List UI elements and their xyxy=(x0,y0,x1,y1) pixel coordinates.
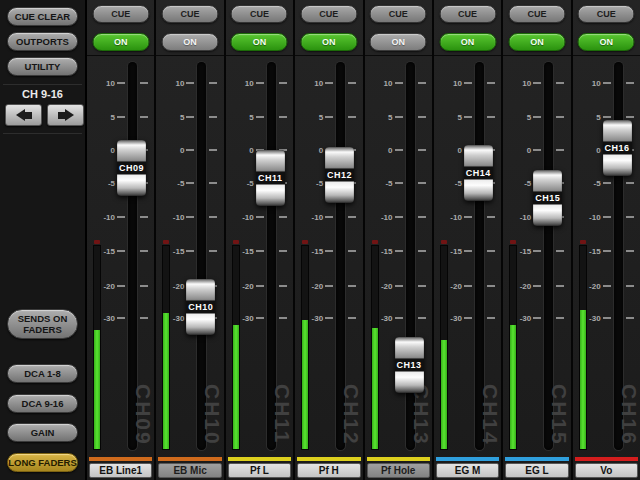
tick-dash xyxy=(603,182,611,184)
fader-scale-tick-label: -15 xyxy=(367,247,393,256)
fader-cap[interactable]: CH13 xyxy=(395,337,424,393)
tick-dash xyxy=(533,317,541,319)
fader-cap[interactable]: CH11 xyxy=(256,150,285,206)
tick-dash xyxy=(418,82,426,84)
fader-scale-tick-label: -15 xyxy=(89,247,115,256)
clip-indicator xyxy=(163,240,169,244)
fader-scale-tick-label: 0 xyxy=(367,146,393,155)
fader-scale-tick-label: 0 xyxy=(89,146,115,155)
channel-name-label[interactable]: Pf H xyxy=(297,463,360,478)
on-button[interactable]: ON xyxy=(92,33,149,51)
tick-dash xyxy=(626,116,634,118)
fader-scale-tick-label: -30 xyxy=(228,314,254,323)
channel-strip-ch16: CUE ON 1050-5-10-15-20-30 CH16 CH16 Vo xyxy=(573,0,640,480)
cue-clear-button[interactable]: CUE CLEAR xyxy=(7,7,78,26)
strip-separator-line xyxy=(156,55,223,56)
sidebar-divider xyxy=(3,133,82,134)
on-button[interactable]: ON xyxy=(300,33,357,51)
meter-track xyxy=(510,246,516,449)
bank-right-button[interactable] xyxy=(47,104,84,126)
meter-fill xyxy=(233,325,239,449)
fader-scale-tick-label: -20 xyxy=(367,282,393,291)
level-meter xyxy=(302,240,308,449)
fader-scale-tick-label: -20 xyxy=(297,282,323,291)
channel-name-label[interactable]: EG M xyxy=(436,463,499,478)
channel-color-stripe xyxy=(89,457,152,461)
tick-dash xyxy=(256,285,264,287)
tick-dash xyxy=(325,82,333,84)
fader-scale-tick-label: -5 xyxy=(367,179,393,188)
tick-dash xyxy=(279,82,287,84)
tick-dash xyxy=(418,216,426,218)
channel-number-ghost: CH10 xyxy=(200,384,223,446)
on-button[interactable]: ON xyxy=(231,33,288,51)
channel-strip-ch09: CUE ON 1050-5-10-15-20-30 CH09 CH09 EB L… xyxy=(87,0,154,480)
utility-button[interactable]: UTILITY xyxy=(7,57,78,76)
tick-dash xyxy=(533,285,541,287)
tick-dash xyxy=(395,182,403,184)
on-button[interactable]: ON xyxy=(162,33,219,51)
on-button[interactable]: ON xyxy=(370,33,427,51)
tick-dash xyxy=(140,216,148,218)
fader-scale-tick-label: -10 xyxy=(575,213,601,222)
channel-name-label[interactable]: Pf L xyxy=(228,463,291,478)
cue-button[interactable]: CUE xyxy=(92,5,149,23)
fader-scale-tick-label: -10 xyxy=(505,213,531,222)
tick-dash xyxy=(464,285,472,287)
fader-cap[interactable]: CH12 xyxy=(325,147,354,203)
outports-button[interactable]: OUTPORTS xyxy=(7,32,78,51)
on-button[interactable]: ON xyxy=(439,33,496,51)
fader-cap[interactable]: CH14 xyxy=(464,145,493,201)
tick-dash xyxy=(464,116,472,118)
cue-button[interactable]: CUE xyxy=(578,5,635,23)
tick-dash xyxy=(348,250,356,252)
channel-strips: CUE ON 1050-5-10-15-20-30 CH09 CH09 EB L… xyxy=(87,0,640,480)
on-button[interactable]: ON xyxy=(508,33,565,51)
cue-button[interactable]: CUE xyxy=(231,5,288,23)
tick-dash xyxy=(256,216,264,218)
channel-strip-ch15: CUE ON 1050-5-10-15-20-30 CH15 CH15 EG L xyxy=(503,0,570,480)
dca-9-16-button[interactable]: DCA 9-16 xyxy=(7,394,78,413)
sends-on-faders-button[interactable]: SENDS ON FADERS xyxy=(7,309,78,339)
gain-button[interactable]: GAIN xyxy=(7,423,78,442)
meter-track xyxy=(233,246,239,449)
fader-cap-label: CH10 xyxy=(186,301,215,314)
tick-dash xyxy=(256,250,264,252)
tick-dash xyxy=(117,317,125,319)
dca-1-8-button[interactable]: DCA 1-8 xyxy=(7,364,78,383)
meter-track xyxy=(580,246,586,449)
fader-scale-tick-label: -20 xyxy=(89,282,115,291)
fader-scale-tick-label: -15 xyxy=(297,247,323,256)
long-faders-button[interactable]: LONG FADERS xyxy=(7,453,78,472)
bank-left-button[interactable] xyxy=(5,104,42,126)
fader-cap[interactable]: CH09 xyxy=(117,140,146,196)
on-button[interactable]: ON xyxy=(578,33,635,51)
cue-button[interactable]: CUE xyxy=(508,5,565,23)
fader-scale-tick-label: 5 xyxy=(297,113,323,122)
channel-name-label[interactable]: EB Mic xyxy=(158,463,221,478)
tick-dash xyxy=(395,317,403,319)
fader-cap[interactable]: CH16 xyxy=(603,120,632,176)
meter-fill xyxy=(163,313,169,449)
tick-dash xyxy=(256,116,264,118)
tick-dash xyxy=(603,82,611,84)
tick-dash xyxy=(418,285,426,287)
channel-name-label[interactable]: Pf Hole xyxy=(367,463,430,478)
channel-name-label[interactable]: Vo xyxy=(575,463,638,478)
fader-cap[interactable]: CH15 xyxy=(533,170,562,226)
cue-button[interactable]: CUE xyxy=(370,5,427,23)
tick-dash xyxy=(556,149,564,151)
cue-button[interactable]: CUE xyxy=(439,5,496,23)
tick-dash xyxy=(626,216,634,218)
tick-dash xyxy=(626,182,634,184)
channel-name-label[interactable]: EB Line1 xyxy=(89,463,152,478)
channel-name-label[interactable]: EG L xyxy=(505,463,568,478)
tick-dash xyxy=(279,250,287,252)
tick-dash xyxy=(533,82,541,84)
cue-button[interactable]: CUE xyxy=(162,5,219,23)
fader-cap[interactable]: CH10 xyxy=(186,279,215,335)
channel-color-stripe xyxy=(158,457,221,461)
cue-button[interactable]: CUE xyxy=(300,5,357,23)
fader-scale-tick-label: -15 xyxy=(575,247,601,256)
fader-scale-tick-label: -30 xyxy=(436,314,462,323)
